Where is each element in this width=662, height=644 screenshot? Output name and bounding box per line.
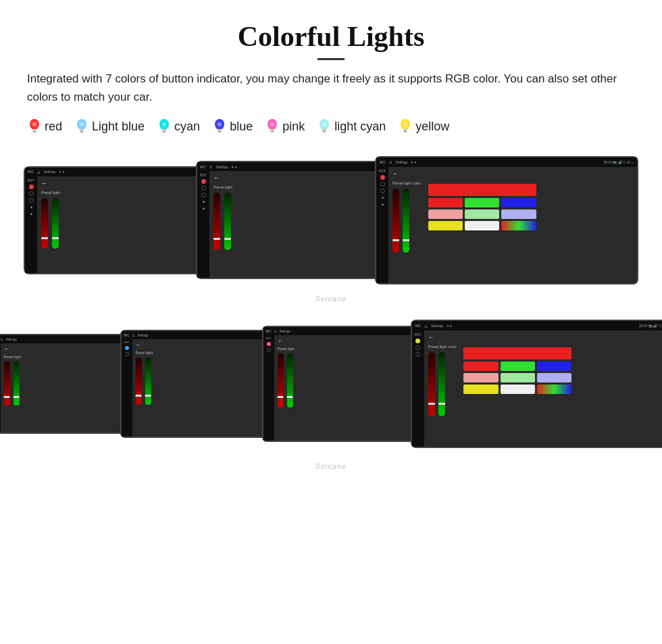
color-label-lightblue: Light blue xyxy=(92,120,145,134)
svg-rect-2 xyxy=(33,131,36,132)
color-label-yellow: yellow xyxy=(415,120,449,134)
color-label-cyan: cyan xyxy=(174,120,200,134)
color-label-lightcyan: light cyan xyxy=(334,120,386,134)
watermark-bottom: Seicane xyxy=(27,462,635,470)
title-section: Colorful Lights xyxy=(27,20,635,60)
svg-rect-26 xyxy=(404,131,407,132)
svg-rect-10 xyxy=(163,131,166,132)
svg-point-7 xyxy=(80,122,84,126)
screen-top-3: MIC ⌂ Settings ✦ ♦ 20:24 📷 🔊 ☐ ⊡ — RST ✦… xyxy=(375,156,638,284)
color-label-blue: blue xyxy=(230,120,253,134)
bulb-icon-pink xyxy=(265,117,280,136)
svg-point-15 xyxy=(218,122,222,126)
description-text: Integrated with 7 colors of button indic… xyxy=(27,70,635,106)
svg-point-19 xyxy=(270,122,274,126)
screens-top-wrapper: MIC ⌂ Settings ✦ ♦ RST ✦ ✦ xyxy=(27,151,635,470)
screen-bot-4: MIC ⌂ Settings ✦ ♦ 20:24 📷 🔊 ☐ ⊡ — RST xyxy=(411,320,663,448)
svg-point-27 xyxy=(403,122,407,126)
title-divider xyxy=(317,58,345,60)
color-item-red: red xyxy=(27,117,62,136)
watermark-top: Seicane xyxy=(27,295,635,303)
color-item-pink: pink xyxy=(265,117,305,136)
color-item-cyan: cyan xyxy=(157,117,200,136)
bulb-icon-lightcyan xyxy=(317,117,332,136)
color-item-lightcyan: light cyan xyxy=(317,117,386,136)
color-list: red Light blue cyan xyxy=(27,117,635,136)
svg-rect-5 xyxy=(80,129,84,131)
bulb-icon-blue xyxy=(212,117,227,136)
svg-rect-13 xyxy=(218,129,222,131)
svg-rect-6 xyxy=(80,131,84,132)
svg-rect-25 xyxy=(403,129,407,131)
svg-rect-14 xyxy=(218,131,222,132)
svg-rect-1 xyxy=(32,129,36,131)
bulb-icon-red xyxy=(27,117,42,136)
svg-rect-18 xyxy=(271,131,274,132)
bulb-icon-lightblue xyxy=(74,117,89,136)
svg-point-3 xyxy=(32,122,36,126)
bulb-icon-cyan xyxy=(157,117,172,136)
svg-rect-9 xyxy=(162,129,166,131)
color-item-blue: blue xyxy=(212,117,253,136)
color-label-red: red xyxy=(45,120,62,134)
svg-point-23 xyxy=(322,122,326,126)
color-item-yellow: yellow xyxy=(398,117,449,136)
svg-point-11 xyxy=(162,122,166,126)
color-label-pink: pink xyxy=(282,120,305,134)
bulb-icon-yellow xyxy=(398,117,413,136)
svg-rect-17 xyxy=(270,129,274,131)
page-title: Colorful Lights xyxy=(27,20,635,53)
svg-rect-22 xyxy=(323,131,326,132)
color-item-lightblue: Light blue xyxy=(74,117,145,136)
svg-rect-21 xyxy=(322,129,326,131)
